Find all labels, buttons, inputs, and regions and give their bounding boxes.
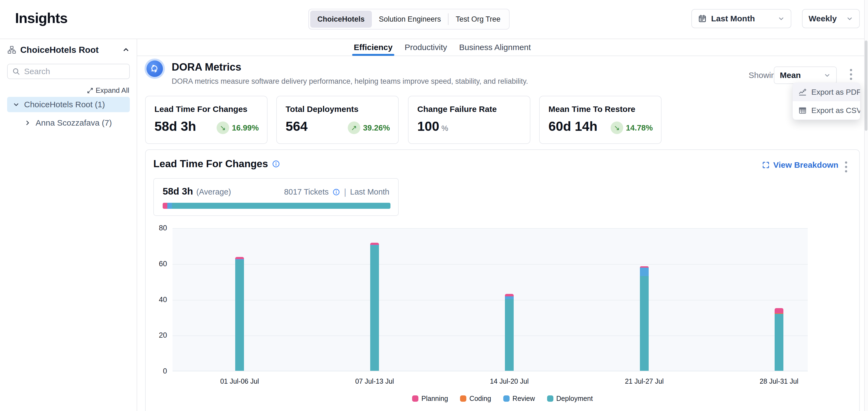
tab-business-alignment[interactable]: Business Alignment [459,39,531,56]
bar-segment-deployment[interactable] [640,276,649,371]
metric-card-lead-time: Lead Time For Changes 58d 3h ↘ 16.99% [145,96,268,144]
metric-title: Mean Time To Restore [549,105,635,114]
export-pdf-menu-item[interactable]: Export as PDF [793,83,860,101]
arrow-up-right-icon: ↗ [348,122,360,134]
summary-value-line: 58d 3h (Average) [163,186,231,197]
tree-node-root[interactable]: ChoiceHotels Root (1) [7,97,130,112]
legend-item-coding[interactable]: Coding [460,395,491,403]
date-range-value: Last Month [711,14,755,23]
bar-segment-deployment[interactable] [235,260,244,371]
export-pdf-label: Export as PDF [811,88,860,97]
chart-legend: PlanningCodingReviewDeployment [412,395,593,403]
expand-all-label: Expand All [96,86,129,95]
view-breakdown-label: View Breakdown [773,160,838,170]
tab-productivity[interactable]: Productivity [405,39,447,56]
legend-label: Coding [469,395,491,403]
org-tree-icon [7,45,17,55]
stacked-bar[interactable] [505,294,514,371]
bar-segment-planning[interactable] [775,308,783,313]
legend-label: Review [513,395,535,403]
dora-metrics-icon [145,59,165,79]
bar-segment-deployment[interactable] [370,245,379,371]
collapse-panel-button[interactable] [122,46,130,54]
info-icon[interactable] [272,160,280,168]
lead-time-chart: PlanningCodingReviewDeployment 020406080… [151,228,814,411]
trend-percent: 14.78% [626,124,653,132]
org-tab-solution-engineers[interactable]: Solution Engineers [372,11,448,28]
meta-separator: | [344,187,346,197]
view-breakdown-button[interactable]: View Breakdown [762,160,838,170]
lead-time-section-header: Lead Time For Changes [153,158,280,170]
calendar-icon [698,14,707,23]
org-tab-test-org-tree[interactable]: Test Org Tree [448,11,508,28]
stacked-bar[interactable] [235,257,244,371]
bar-segment-review[interactable] [640,268,649,276]
scrollbar-thumb[interactable] [865,40,867,131]
chevron-down-icon[interactable] [12,101,20,108]
trend-percent: 16.99% [232,124,259,132]
arrow-down-right-icon: ↘ [611,122,623,134]
phase-progress-bar [163,203,391,209]
showing-mode-value: Mean [780,71,821,80]
expand-corners-icon [762,161,770,169]
vertical-scrollbar[interactable] [864,0,868,411]
section-title: Lead Time For Changes [153,158,268,170]
export-menu: Export as PDF Export as CSV [793,83,860,120]
sidebar-header: ChoiceHotels Root [7,44,130,56]
legend-swatch [503,396,509,402]
gridline [173,264,808,265]
search-input[interactable] [24,67,125,76]
legend-item-deployment[interactable]: Deployment [547,395,593,403]
chart-export-icon [798,88,807,97]
stacked-bar[interactable] [370,243,379,371]
sidebar-search[interactable] [7,64,130,79]
dora-more-menu-button[interactable] [848,67,854,81]
chevron-down-icon [846,15,853,22]
metric-title: Total Deployments [286,105,359,114]
legend-item-review[interactable]: Review [503,395,535,403]
org-tab-choicehotels[interactable]: ChoiceHotels [310,11,372,28]
metric-card-mean-time-to-restore: Mean Time To Restore 60d 14h ↘ 14.78% [539,96,661,144]
expand-all-button[interactable]: Expand All [87,86,129,95]
section-more-menu-button[interactable] [843,160,849,174]
x-axis-label: 01 Jul-06 Jul [204,377,275,385]
date-range-select[interactable]: Last Month [691,9,791,28]
metric-card-change-failure-rate: Change Failure Rate 100% [408,96,530,144]
bar-segment-planning[interactable] [235,257,244,259]
tree-node-anna-scozzafava[interactable]: Anna Scozzafava (7) [24,116,112,130]
search-icon [12,67,20,75]
legend-item-planning[interactable]: Planning [412,395,448,403]
chevron-right-icon[interactable] [24,119,31,127]
bar-segment-planning[interactable] [370,243,379,245]
granularity-value: Weekly [809,14,837,23]
bar-segment-planning[interactable] [505,294,514,296]
stacked-bar[interactable] [775,308,783,371]
progress-segment-planning [163,203,167,209]
progress-segment-deployment [172,203,391,209]
metric-value: 564 [286,119,308,134]
top-header: Insights ChoiceHotels Solution Engineers… [0,0,868,39]
chart-plot[interactable] [173,228,808,371]
tab-efficiency[interactable]: Efficiency [354,39,393,56]
tree-node-label: Anna Scozzafava (7) [36,118,112,128]
stacked-bar[interactable] [640,266,649,371]
chevron-down-icon [778,15,785,22]
y-axis-tick: 20 [151,331,167,340]
agile-cycle-icon [147,61,163,77]
table-icon [798,106,807,115]
x-axis-label: 28 Jul-31 Jul [743,377,815,385]
summary-value: 58d 3h [163,186,193,197]
export-csv-menu-item[interactable]: Export as CSV [793,101,860,119]
dora-section-description: DORA metrics measure software delivery p… [172,77,528,85]
gridline [173,336,808,336]
bar-segment-deployment[interactable] [775,314,783,371]
legend-swatch [412,396,418,402]
granularity-select[interactable]: Weekly [802,9,860,28]
metric-value: 60d 14h [549,119,597,134]
bar-segment-review[interactable] [505,296,514,299]
bar-segment-deployment[interactable] [505,299,514,371]
showing-mode-select[interactable]: Mean [774,67,837,84]
info-icon[interactable] [333,188,340,196]
summary-meta: 8017 Tickets | Last Month [284,187,390,197]
export-csv-label: Export as CSV [811,106,860,115]
